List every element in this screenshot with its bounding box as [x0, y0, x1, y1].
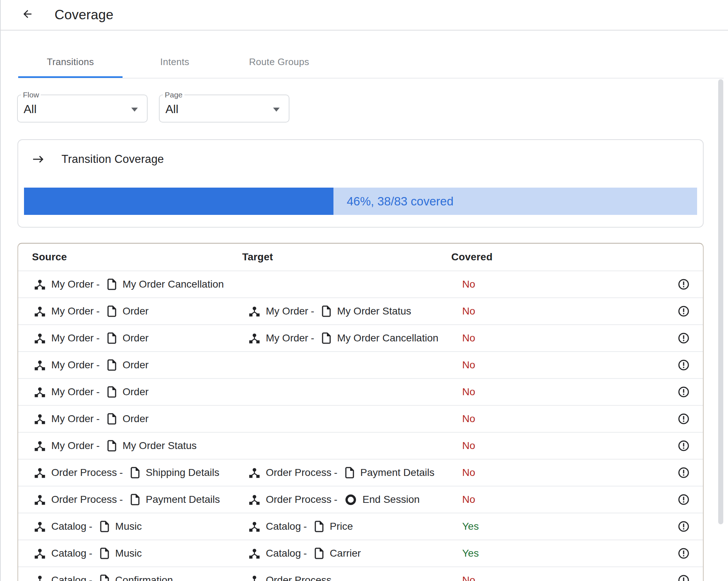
row-info-button[interactable] [678, 333, 689, 344]
dropdown-arrow-icon [273, 108, 280, 112]
page-icon [322, 332, 331, 344]
separator-dash: - [96, 279, 100, 290]
info-cell [587, 521, 703, 532]
flow-icon [35, 441, 45, 451]
row-info-button[interactable] [678, 467, 689, 478]
row-info-button[interactable] [678, 521, 689, 532]
page-icon [107, 305, 116, 317]
info-cell [587, 333, 703, 344]
flow-page-ref: Order Process-Payment Details [249, 467, 435, 478]
error-outline-icon [678, 279, 689, 290]
tab-route-groups[interactable]: Route Groups [227, 44, 331, 78]
source-cell: My Order-My Order Status [18, 440, 242, 452]
row-info-button[interactable] [678, 575, 689, 581]
tab-intents[interactable]: Intents [123, 44, 227, 78]
info-cell [587, 413, 703, 424]
covered-cell: No [445, 279, 587, 290]
page-name: Payment Details [146, 494, 220, 505]
error-outline-icon [678, 575, 689, 581]
target-cell: Catalog-Carrier [242, 548, 445, 559]
covered-cell: No [445, 440, 587, 452]
flow-icon [35, 333, 45, 344]
flow-icon [249, 333, 260, 344]
table-row: Catalog-ConfirmationOrder ProcessNo [18, 566, 703, 581]
flow-page-ref: Catalog-Price [249, 521, 353, 532]
back-button[interactable] [21, 8, 33, 20]
error-outline-icon [678, 333, 689, 344]
source-cell: My Order-Order [18, 386, 242, 398]
table-row: Order Process-Shipping DetailsOrder Proc… [18, 459, 703, 486]
row-info-button[interactable] [678, 548, 689, 559]
table-row: My Order-OrderNo [18, 351, 703, 378]
page-icon [107, 440, 116, 452]
row-info-button[interactable] [678, 360, 689, 370]
error-outline-icon [678, 548, 689, 559]
flow-icon [35, 468, 45, 478]
coverage-card-header: Transition Coverage [24, 150, 697, 168]
separator-dash: - [96, 332, 100, 344]
page-select[interactable]: Page All [159, 95, 289, 123]
flow-icon [35, 279, 45, 290]
separator-dash: - [120, 494, 123, 505]
vertical-scrollbar-thumb[interactable] [718, 79, 723, 524]
page-name: My Order Cancellation [123, 279, 224, 290]
page-name: Order [123, 359, 149, 371]
arrow-forward-icon [33, 154, 44, 165]
page-name: Carrier [330, 548, 361, 559]
page-name: Order [123, 332, 149, 344]
flow-page-ref: Catalog-Music [35, 521, 142, 532]
separator-dash: - [120, 467, 123, 478]
table-header-row: Source Target Covered [18, 244, 703, 271]
row-info-button[interactable] [678, 413, 689, 424]
page-icon [100, 521, 109, 532]
flow-icon [249, 521, 260, 532]
row-info-button[interactable] [678, 440, 689, 451]
flow-page-ref: My Order-My Order Cancellation [249, 332, 439, 344]
flow-page-ref: Catalog-Carrier [249, 548, 361, 559]
source-cell: Order Process-Shipping Details [18, 467, 242, 478]
page-icon [100, 574, 109, 581]
page-name: My Order Status [123, 440, 197, 452]
info-cell [587, 548, 703, 559]
separator-dash: - [334, 467, 337, 478]
page-icon [107, 386, 116, 398]
row-info-button[interactable] [678, 494, 689, 505]
transition-coverage-card: Transition Coverage 46%, 38/83 covered [17, 139, 704, 228]
covered-cell: No [445, 413, 587, 425]
flow-page-ref: My Order-My Order Status [249, 305, 411, 317]
error-outline-icon [678, 521, 689, 532]
flow-name: My Order [51, 332, 94, 344]
flow-icon [35, 387, 45, 397]
page-icon [131, 467, 140, 478]
flow-page-ref: My Order-My Order Status [35, 440, 197, 452]
flow-page-ref: Order Process-Payment Details [35, 494, 220, 505]
coverage-page: Coverage Transitions Intents Route Group… [0, 0, 728, 581]
row-info-button[interactable] [678, 306, 689, 317]
flow-icon [35, 548, 45, 559]
flow-icon [249, 575, 260, 581]
flow-select[interactable]: Flow All [17, 95, 148, 123]
info-cell [587, 467, 703, 478]
flow-page-ref: Catalog-Music [35, 548, 142, 559]
row-info-button[interactable] [678, 386, 689, 397]
row-info-button[interactable] [678, 279, 689, 290]
table-row: My Order-OrderNo [18, 378, 703, 405]
source-cell: My Order-Order [18, 305, 242, 317]
source-cell: My Order-Order [18, 332, 242, 344]
separator-dash: - [96, 413, 100, 425]
tab-transitions[interactable]: Transitions [18, 44, 123, 78]
separator-dash: - [304, 548, 307, 559]
target-cell: Order Process-Payment Details [242, 467, 445, 478]
page-name: My Order Status [337, 305, 411, 317]
page-icon [315, 521, 324, 532]
target-cell: My Order-My Order Status [242, 305, 445, 317]
page-name: Price [330, 521, 353, 532]
flow-page-ref: My Order-Order [35, 305, 149, 317]
error-outline-icon [678, 360, 689, 370]
page-icon [107, 413, 116, 425]
coverage-card-title: Transition Coverage [61, 153, 164, 166]
error-outline-icon [678, 413, 689, 424]
page-name: Payment Details [360, 467, 435, 478]
error-outline-icon [678, 306, 689, 317]
source-cell: My Order-Order [18, 413, 242, 425]
